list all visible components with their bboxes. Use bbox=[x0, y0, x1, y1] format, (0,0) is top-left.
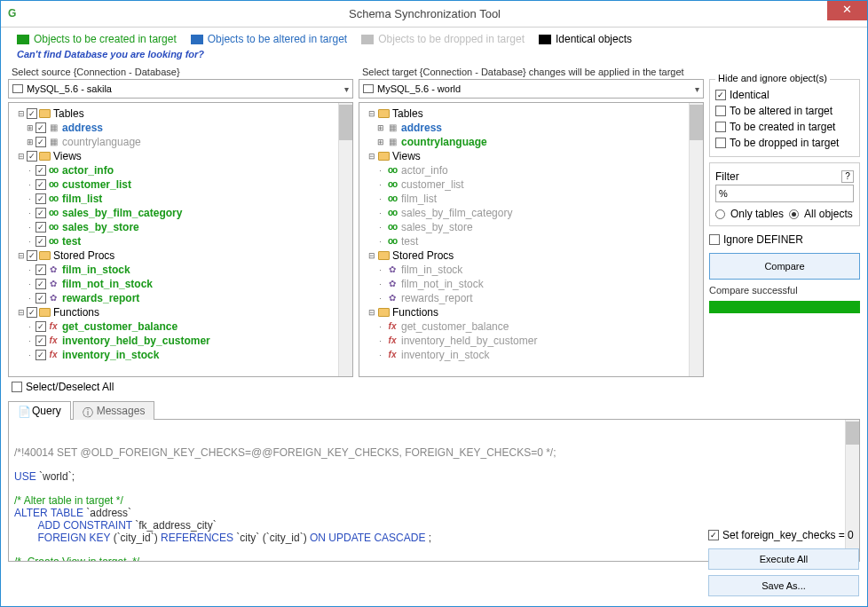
tree-item[interactable]: ⊞▦countrylanguage bbox=[12, 135, 352, 149]
checkbox-icon[interactable] bbox=[36, 179, 46, 190]
tree-item[interactable]: ·✿rewards_report bbox=[363, 291, 703, 305]
tree-group[interactable]: ⊟Views bbox=[12, 149, 352, 163]
checkbox-icon[interactable] bbox=[36, 279, 46, 289]
tree-item[interactable]: ·✿film_in_stock bbox=[12, 263, 352, 277]
tree-group[interactable]: ⊟Stored Procs bbox=[12, 248, 352, 263]
tree-item[interactable]: ·✿film_not_in_stock bbox=[12, 277, 352, 291]
tree-item[interactable]: ·fxinventory_in_stock bbox=[12, 348, 352, 362]
checkbox-icon[interactable] bbox=[715, 106, 726, 116]
compare-button[interactable]: Compare bbox=[709, 253, 860, 280]
checkbox-icon[interactable] bbox=[36, 137, 46, 147]
tree-group[interactable]: ⊟Tables bbox=[12, 106, 352, 121]
checkbox-icon[interactable] bbox=[36, 293, 46, 304]
tree-item[interactable]: ·oofilm_list bbox=[363, 192, 703, 206]
chk-set-fk[interactable]: Set foreign_key_checks = 0 bbox=[708, 527, 859, 543]
expand-icon[interactable]: ⊞ bbox=[375, 135, 385, 149]
scroll-thumb[interactable] bbox=[690, 105, 703, 140]
source-tree[interactable]: ⊟Tables⊞▦address⊞▦countrylanguage⊟Views·… bbox=[8, 102, 353, 377]
checkbox-icon[interactable] bbox=[36, 122, 46, 133]
execute-all-button[interactable]: Execute All bbox=[708, 548, 859, 570]
scrollbar[interactable] bbox=[338, 103, 352, 376]
checkbox-icon[interactable] bbox=[715, 122, 726, 132]
checkbox-icon[interactable] bbox=[27, 108, 37, 119]
tree-item[interactable]: ·ooactor_info bbox=[12, 163, 352, 177]
checkbox-icon[interactable] bbox=[36, 193, 46, 204]
target-combo[interactable]: MySQL_5.6 - world ▾ bbox=[359, 79, 704, 99]
checkbox-icon[interactable] bbox=[708, 530, 719, 540]
tree-group[interactable]: ⊟Functions bbox=[363, 305, 703, 319]
expand-icon[interactable]: ⊞ bbox=[25, 135, 35, 149]
checkbox-icon[interactable] bbox=[27, 250, 37, 261]
tree-item[interactable]: ·oofilm_list bbox=[12, 192, 352, 206]
checkbox-icon[interactable] bbox=[36, 321, 46, 332]
checkbox-icon[interactable] bbox=[36, 236, 46, 247]
checkbox-icon[interactable] bbox=[36, 208, 46, 218]
chk-dropped[interactable]: To be dropped in target bbox=[715, 135, 854, 151]
tree-item[interactable]: ·oosales_by_store bbox=[363, 220, 703, 234]
source-combo[interactable]: MySQL_5.6 - sakila ▾ bbox=[8, 79, 353, 99]
checkbox-icon[interactable] bbox=[36, 350, 46, 360]
tree-item[interactable]: ⊞▦address bbox=[12, 121, 352, 135]
chk-created[interactable]: To be created in target bbox=[715, 119, 854, 135]
expand-icon[interactable]: ⊟ bbox=[367, 248, 376, 263]
target-tree[interactable]: ⊟Tables⊞▦address⊞▦countrylanguage⊟Views·… bbox=[359, 102, 704, 377]
tree-group[interactable]: ⊟Functions bbox=[12, 305, 352, 319]
tree-item[interactable]: ·fxget_customer_balance bbox=[363, 319, 703, 334]
checkbox-icon[interactable] bbox=[36, 165, 46, 176]
checkbox-icon[interactable] bbox=[715, 138, 726, 148]
filter-input[interactable] bbox=[715, 185, 854, 202]
tree-item[interactable]: ·fxget_customer_balance bbox=[12, 319, 352, 334]
tree-item[interactable]: ⊞▦address bbox=[363, 121, 703, 135]
expand-icon[interactable]: ⊟ bbox=[367, 305, 376, 319]
tree-item[interactable]: ·ootest bbox=[363, 234, 703, 248]
tree-item[interactable]: ·oosales_by_film_category bbox=[12, 206, 352, 220]
expand-icon[interactable]: ⊞ bbox=[375, 121, 385, 135]
checkbox-icon[interactable] bbox=[27, 307, 37, 318]
tree-item[interactable]: ·ootest bbox=[12, 234, 352, 248]
chk-altered[interactable]: To be altered in target bbox=[715, 103, 854, 119]
help-icon[interactable]: ? bbox=[841, 170, 854, 183]
expand-icon[interactable]: ⊟ bbox=[367, 149, 376, 163]
tree-group[interactable]: ⊟Tables bbox=[363, 106, 703, 121]
expand-icon[interactable]: ⊟ bbox=[367, 106, 376, 121]
tab-query[interactable]: 📄Query bbox=[8, 401, 71, 420]
checkbox-icon[interactable] bbox=[36, 264, 46, 275]
scroll-thumb[interactable] bbox=[846, 422, 859, 445]
select-all[interactable]: Select/Deselect All bbox=[8, 381, 353, 393]
expand-icon[interactable]: ⊟ bbox=[16, 149, 26, 163]
tree-group[interactable]: ⊟Stored Procs bbox=[363, 248, 703, 263]
checkbox-icon[interactable] bbox=[715, 90, 726, 100]
scrollbar[interactable] bbox=[689, 103, 703, 376]
checkbox-icon[interactable] bbox=[36, 335, 46, 346]
tree-item[interactable]: ·oosales_by_film_category bbox=[363, 206, 703, 220]
tab-messages[interactable]: ⓘMessages bbox=[73, 401, 155, 420]
tree-item[interactable]: ·✿film_in_stock bbox=[363, 263, 703, 277]
tree-item[interactable]: ·ooactor_info bbox=[363, 163, 703, 177]
tree-item[interactable]: ·oocustomer_list bbox=[363, 177, 703, 192]
checkbox-icon[interactable] bbox=[36, 222, 46, 233]
chk-identical[interactable]: Identical bbox=[715, 87, 854, 103]
expand-icon[interactable]: ⊞ bbox=[25, 121, 35, 135]
chk-ignore-definer[interactable]: Ignore DEFINER bbox=[709, 232, 860, 248]
tree-item[interactable]: ·oocustomer_list bbox=[12, 177, 352, 192]
expand-icon[interactable]: ⊟ bbox=[16, 305, 26, 319]
checkbox-icon[interactable] bbox=[709, 234, 720, 245]
radio-only-tables[interactable] bbox=[715, 209, 725, 219]
tree-group[interactable]: ⊟Views bbox=[363, 149, 703, 163]
expand-icon[interactable]: ⊟ bbox=[16, 106, 26, 121]
scroll-thumb[interactable] bbox=[339, 105, 352, 140]
tree-item[interactable]: ·fxinventory_held_by_customer bbox=[363, 334, 703, 348]
checkbox-icon[interactable] bbox=[27, 151, 37, 162]
cant-find-link[interactable]: Can't find Database you are looking for? bbox=[1, 47, 867, 65]
radio-all-objects[interactable] bbox=[789, 209, 799, 219]
tree-item[interactable]: ·oosales_by_store bbox=[12, 220, 352, 234]
expand-icon[interactable]: ⊟ bbox=[16, 248, 26, 263]
save-as-button[interactable]: Save As... bbox=[708, 575, 859, 596]
tree-item[interactable]: ⊞▦countrylanguage bbox=[363, 135, 703, 149]
select-all-checkbox[interactable] bbox=[12, 382, 22, 392]
tree-item[interactable]: ·fxinventory_held_by_customer bbox=[12, 334, 352, 348]
close-button[interactable]: ✕ bbox=[827, 1, 867, 20]
tree-item[interactable]: ·✿rewards_report bbox=[12, 291, 352, 305]
tree-item[interactable]: ·✿film_not_in_stock bbox=[363, 277, 703, 291]
tree-item[interactable]: ·fxinventory_in_stock bbox=[363, 348, 703, 362]
